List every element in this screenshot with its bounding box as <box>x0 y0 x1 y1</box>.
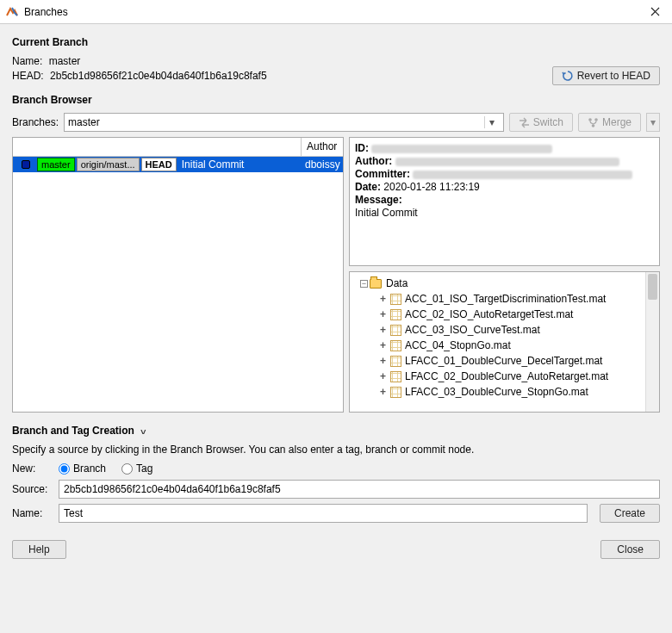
radio-tag[interactable]: Tag <box>121 462 152 475</box>
app-icon <box>5 5 19 19</box>
mat-file-icon <box>390 325 401 336</box>
tree-file-label: ACC_03_ISO_CurveTest.mat <box>405 324 540 336</box>
branches-combo-value: master <box>68 116 484 128</box>
tree-root-label: Data <box>386 277 408 289</box>
commit-list[interactable]: Author master origin/mast... HEAD Initia… <box>12 137 344 413</box>
mat-file-icon <box>390 309 401 320</box>
tree-file-label: LFACC_02_DoubleCurve_AutoRetarget.mat <box>405 370 608 382</box>
tree-expand-icon[interactable]: + <box>379 308 387 320</box>
tree-file-item[interactable]: +ACC_03_ISO_CurveTest.mat <box>379 322 644 338</box>
help-button[interactable]: Help <box>12 540 66 559</box>
name-label: Name: <box>12 55 42 67</box>
file-tree-scrollbar[interactable] <box>645 272 659 412</box>
name-field-label: Name: <box>12 507 52 519</box>
switch-icon <box>519 117 530 128</box>
branch-browser-header: Branch Browser <box>12 94 660 106</box>
current-branch-header: Current Branch <box>12 36 660 48</box>
merge-icon <box>588 117 599 128</box>
svg-point-2 <box>592 124 595 127</box>
tree-file-item[interactable]: +LFACC_03_DoubleCurve_StopnGo.mat <box>379 384 644 400</box>
detail-id-label: ID: <box>355 142 369 154</box>
mat-file-icon <box>390 387 401 398</box>
revert-to-head-button[interactable]: Revert to HEAD <box>552 66 660 85</box>
radio-branch[interactable]: Branch <box>59 462 106 475</box>
tree-expand-icon[interactable]: + <box>379 386 387 398</box>
create-button[interactable]: Create <box>600 504 660 523</box>
tree-expand-icon[interactable]: + <box>379 324 387 336</box>
detail-message-value: Initial Commit <box>355 207 654 219</box>
name-input[interactable] <box>59 504 588 523</box>
branches-label: Branches: <box>12 116 59 128</box>
tree-expand-icon[interactable]: + <box>379 339 387 351</box>
mat-file-icon <box>390 356 401 367</box>
merge-button[interactable]: Merge <box>578 113 641 132</box>
branch-pill-head: HEAD <box>141 158 177 171</box>
revert-icon <box>562 70 574 82</box>
author-header: Author <box>302 138 343 156</box>
branch-tag-header[interactable]: Branch and Tag Creation ^ <box>12 425 660 437</box>
close-button[interactable]: Close <box>600 540 660 559</box>
source-label: Source: <box>12 483 52 495</box>
detail-committer-label: Committer: <box>355 168 410 180</box>
tree-file-label: ACC_04_StopnGo.mat <box>405 339 511 351</box>
commit-dot-icon <box>22 160 30 169</box>
window-title: Branches <box>24 6 638 18</box>
mat-file-icon <box>390 371 401 382</box>
tree-file-label: LFACC_01_DoubleCurve_DecelTarget.mat <box>405 355 602 367</box>
file-tree[interactable]: − Data +ACC_01_ISO_TargetDiscriminationT… <box>350 272 645 412</box>
commit-details-pane: ID: Author: Committer: Date: 2020-01-28 … <box>349 137 660 266</box>
tree-file-label: LFACC_03_DoubleCurve_StopnGo.mat <box>405 386 588 398</box>
svg-point-0 <box>588 118 592 121</box>
tree-expand-icon[interactable]: + <box>379 293 387 305</box>
tree-file-item[interactable]: +LFACC_01_DoubleCurve_DecelTarget.mat <box>379 353 644 369</box>
commit-author: dboissy ... <box>303 158 343 171</box>
detail-date-value: 2020-01-28 11:23:19 <box>383 181 479 193</box>
head-label: HEAD: <box>12 70 44 82</box>
tree-file-label: ACC_01_ISO_TargetDiscriminationTest.mat <box>405 293 606 305</box>
mat-file-icon <box>390 340 401 351</box>
tree-expand-icon[interactable]: + <box>379 370 387 382</box>
detail-message-label: Message: <box>355 194 402 206</box>
new-label: New: <box>12 462 52 475</box>
tree-file-item[interactable]: +ACC_01_ISO_TargetDiscriminationTest.mat <box>379 291 644 307</box>
svg-point-1 <box>594 118 598 121</box>
branch-pill-origin: origin/mast... <box>77 158 140 171</box>
window-close-button[interactable] <box>638 0 672 24</box>
tree-file-item[interactable]: +ACC_02_ISO_AutoRetargetTest.mat <box>379 307 644 322</box>
chevron-down-icon: ▾ <box>484 116 500 128</box>
name-value: master <box>49 55 81 67</box>
branch-pill-master: master <box>37 158 75 171</box>
tree-file-item[interactable]: +LFACC_02_DoubleCurve_AutoRetarget.mat <box>379 369 644 384</box>
tree-file-label: ACC_02_ISO_AutoRetargetTest.mat <box>405 308 573 320</box>
source-input[interactable] <box>59 480 660 499</box>
branches-combo[interactable]: master ▾ <box>64 113 504 132</box>
folder-open-icon <box>370 279 382 289</box>
detail-author-label: Author: <box>355 155 392 167</box>
chevron-down-icon: ^ <box>140 425 146 436</box>
merge-dropdown-button[interactable]: ▾ <box>646 113 660 132</box>
head-value: 2b5cb1d98656f21c0e4b04da640f1b6a19c8faf5 <box>50 70 267 82</box>
switch-button[interactable]: Switch <box>509 113 573 132</box>
mat-file-icon <box>390 294 401 305</box>
create-desc: Specify a source by clicking in the Bran… <box>12 444 660 456</box>
tree-expand-icon[interactable]: + <box>379 355 387 367</box>
detail-date-label: Date: <box>355 181 381 193</box>
tree-collapse-icon[interactable]: − <box>360 280 368 288</box>
tree-file-item[interactable]: +ACC_04_StopnGo.mat <box>379 338 644 353</box>
commit-message: Initial Commit <box>182 158 245 171</box>
commit-row[interactable]: master origin/mast... HEAD Initial Commi… <box>13 157 343 172</box>
